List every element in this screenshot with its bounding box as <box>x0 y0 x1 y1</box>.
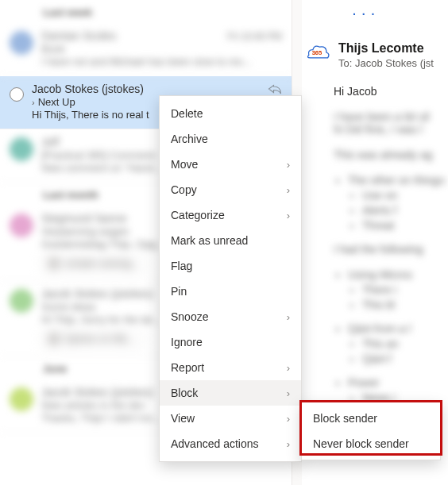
attachment-chip[interactable]: schade voertuig... <box>41 255 147 272</box>
menu-categorize[interactable]: Categorize› <box>160 202 301 228</box>
chevron-right-icon: › <box>287 184 290 196</box>
message-sender: Siegmund Sanne <box>41 212 126 225</box>
menu-pin[interactable]: Pin <box>160 279 301 304</box>
chevron-right-icon: › <box>287 438 290 450</box>
avatar <box>10 289 33 313</box>
chevron-right-icon: › <box>287 311 290 323</box>
menu-copy[interactable]: Copy› <box>160 177 301 202</box>
message-subject: Book <box>41 43 282 55</box>
file-icon <box>48 258 60 269</box>
message-sender: Jeff <box>41 136 59 148</box>
from-name: Thijs Lecomte <box>338 41 434 56</box>
more-actions-button[interactable]: · · · <box>348 6 448 22</box>
avatar <box>10 214 33 237</box>
submenu-never-block-sender[interactable]: Never block sender <box>302 431 440 456</box>
chevron-right-icon: › <box>287 159 290 171</box>
submenu-block-sender[interactable]: Block sender <box>302 406 440 431</box>
menu-view[interactable]: View› <box>160 406 301 431</box>
menu-advanced-actions[interactable]: Advanced actions› <box>160 431 301 456</box>
avatar <box>10 31 33 55</box>
chevron-right-icon: › <box>287 387 290 399</box>
file-icon <box>48 333 60 345</box>
message-subject: Next Up <box>38 96 75 108</box>
attachment-chip[interactable]: Opinion on Mic... <box>41 330 143 348</box>
message-item[interactable]: Damian Scoles Fri 10:40 PM Book I have n… <box>0 23 292 76</box>
greeting: Hi Jacob <box>334 85 448 98</box>
message-sender: Damian Scoles <box>41 29 116 42</box>
to-label: To: <box>338 57 352 69</box>
group-header-last-week: Last week <box>0 0 292 23</box>
chevron-right-icon: › <box>287 413 290 425</box>
menu-report[interactable]: Report› <box>160 355 301 380</box>
message-preview: I have not and Michael has been slow to … <box>41 56 282 67</box>
message-time: Fri 10:40 PM <box>227 31 282 42</box>
select-checkbox[interactable] <box>10 87 24 102</box>
avatar <box>10 137 33 161</box>
chevron-right-icon: › <box>287 210 290 221</box>
reply-icon <box>268 83 282 94</box>
svg-text:365: 365 <box>312 49 322 56</box>
menu-ignore[interactable]: Ignore <box>160 329 301 355</box>
menu-snooze[interactable]: Snooze› <box>160 304 301 329</box>
menu-delete[interactable]: Delete <box>160 101 301 126</box>
menu-flag[interactable]: Flag <box>160 253 301 279</box>
block-submenu: Block sender Never block sender <box>301 402 441 460</box>
menu-archive[interactable]: Archive <box>160 126 301 152</box>
menu-block[interactable]: Block› <box>160 380 301 406</box>
sender-badge-icon: 365 <box>303 41 330 64</box>
menu-mark-unread[interactable]: Mark as unread <box>160 228 301 253</box>
mail-body: Hi Jacob I have been a bit silhi Did fin… <box>302 69 448 404</box>
chevron-right-icon: › <box>32 98 35 107</box>
context-menu: Delete Archive Move› Copy› Categorize› M… <box>159 95 302 462</box>
message-sender: Jacob Stokes (jstokes) <box>41 386 153 398</box>
message-sender: Jacob Stokes (jstokes) <box>41 287 153 300</box>
message-sender: Jacob Stokes (jstokes) <box>32 83 144 95</box>
to-value: Jacob Stokes (jst <box>355 57 434 69</box>
menu-move[interactable]: Move› <box>160 152 301 177</box>
chevron-right-icon: › <box>287 362 290 374</box>
avatar <box>10 387 33 411</box>
